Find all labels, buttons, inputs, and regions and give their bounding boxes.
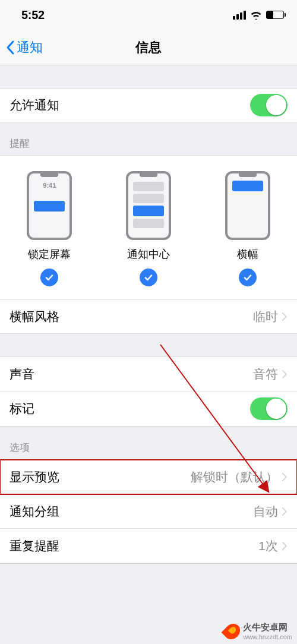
repeat-alerts-row[interactable]: 重复提醒 1次	[0, 529, 297, 563]
repeat-alerts-value: 1次	[258, 538, 278, 554]
status-bar: 5:52	[0, 0, 297, 30]
options-header: 选项	[0, 427, 297, 459]
alert-notification-center[interactable]: 通知中心	[99, 171, 197, 286]
battery-icon	[266, 11, 284, 19]
status-icons	[233, 11, 284, 20]
chevron-left-icon	[6, 40, 14, 55]
alert-banner[interactable]: 横幅	[198, 171, 296, 286]
watermark-url: www.hnzzdt.com	[243, 633, 292, 640]
watermark-name: 火牛安卓网	[243, 622, 292, 633]
back-button[interactable]: 通知	[6, 39, 43, 56]
page-title: 信息	[0, 39, 297, 56]
show-previews-value: 解锁时（默认）	[191, 469, 278, 485]
banner-preview-icon	[225, 171, 270, 240]
allow-notifications-toggle[interactable]	[250, 94, 287, 116]
banner-style-label: 横幅风格	[10, 308, 59, 325]
alert-lock-screen[interactable]: 9:41 锁定屏幕	[1, 171, 99, 286]
nav-bar: 通知 信息	[0, 30, 297, 65]
chevron-right-icon	[282, 370, 287, 379]
chevron-right-icon	[282, 312, 287, 321]
watermark: 火牛安卓网 www.hnzzdt.com	[225, 622, 292, 640]
cellular-signal-icon	[233, 11, 246, 20]
check-icon	[40, 269, 58, 286]
check-icon	[140, 269, 157, 286]
flame-icon	[222, 620, 244, 642]
sound-row[interactable]: 声音 音符	[0, 357, 297, 392]
alert-banner-label: 横幅	[237, 247, 258, 261]
sound-value: 音符	[253, 366, 278, 383]
badges-toggle[interactable]	[250, 397, 287, 420]
back-label: 通知	[17, 39, 43, 56]
chevron-right-icon	[282, 507, 287, 516]
show-previews-label: 显示预览	[10, 469, 59, 485]
alert-types-row: 9:41 锁定屏幕 通知中心 横幅	[0, 155, 297, 299]
allow-notifications-row[interactable]: 允许通知	[0, 88, 297, 122]
notification-grouping-row[interactable]: 通知分组 自动	[0, 494, 297, 529]
allow-notifications-label: 允许通知	[10, 97, 59, 113]
notification-center-preview-icon	[126, 171, 171, 240]
chevron-right-icon	[282, 472, 287, 482]
banner-style-value: 临时	[253, 308, 278, 325]
chevron-right-icon	[282, 541, 287, 551]
alert-lock-screen-label: 锁定屏幕	[28, 247, 71, 261]
alert-notification-center-label: 通知中心	[127, 247, 170, 261]
show-previews-row[interactable]: 显示预览 解锁时（默认）	[0, 460, 297, 494]
sound-label: 声音	[10, 366, 34, 383]
banner-style-row[interactable]: 横幅风格 临时	[0, 299, 297, 334]
lock-screen-preview-icon: 9:41	[27, 171, 72, 240]
check-icon	[239, 269, 257, 286]
status-time: 5:52	[21, 8, 45, 22]
alerts-header: 提醒	[0, 122, 297, 155]
notification-grouping-label: 通知分组	[10, 503, 59, 520]
badges-label: 标记	[10, 400, 34, 417]
notification-grouping-value: 自动	[253, 503, 278, 520]
wifi-icon	[250, 11, 262, 20]
repeat-alerts-label: 重复提醒	[10, 538, 59, 554]
badges-row[interactable]: 标记	[0, 392, 297, 426]
